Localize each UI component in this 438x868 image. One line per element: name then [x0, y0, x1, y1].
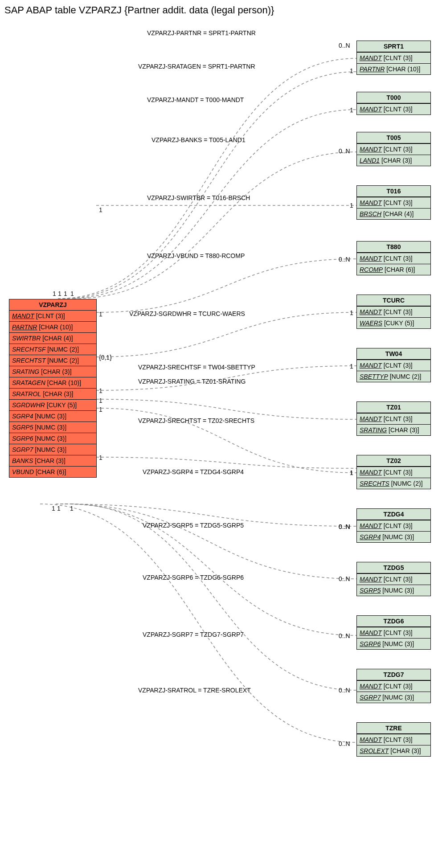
ref-entity-tz02: TZ02MANDT [CLNT (3)]SRECHTS [NUMC (2)]: [356, 455, 431, 489]
entity-field: SGRP5 [NUMC (3)]: [9, 422, 96, 433]
field-type: [NUMC (3)]: [382, 694, 414, 701]
ref-entity-tzdg4: TZDG4MANDT [CLNT (3)]SGRP4 [NUMC (3)]: [356, 508, 431, 543]
field-name: SGRDWHR: [12, 401, 45, 409]
cardinality-source: 1: [99, 206, 102, 213]
field-name: SBETTYP: [360, 373, 388, 380]
entity-field: SRATAGEN [CHAR (10)]: [9, 377, 96, 388]
entity-field: MANDT [CLNT (3)]: [357, 52, 430, 63]
field-type: [NUMC (3)]: [35, 435, 66, 442]
entity-field: SRECHTS [NUMC (2)]: [357, 478, 430, 489]
field-name: MANDT: [360, 683, 382, 690]
entity-field: MANDT [CLNT (3)]: [357, 680, 430, 692]
cardinality-dest: 0..N: [339, 740, 350, 747]
field-name: PARTNR: [360, 66, 385, 73]
field-name: WAERS: [360, 319, 382, 327]
field-name: MANDT: [360, 146, 382, 153]
field-name: MANDT: [360, 736, 382, 743]
field-name: BRSCH: [360, 210, 381, 217]
entity-field: SBETTYP [NUMC (2)]: [357, 371, 430, 382]
cardinality-source: 1: [70, 290, 74, 297]
field-name: SGRP5: [360, 587, 381, 594]
entity-field: PARTNR [CHAR (10)]: [9, 321, 96, 332]
entity-field: SRATING [CHAR (3)]: [9, 366, 96, 377]
entity-field: SRECHTSF [NUMC (2)]: [9, 344, 96, 355]
field-type: [CUKY (5)]: [384, 319, 414, 327]
cardinality-dest: 0..N: [339, 523, 350, 530]
entity-field: SRATROL [CHAR (3)]: [9, 388, 96, 399]
field-name: SRATING: [12, 368, 39, 375]
field-type: [CHAR (3)]: [35, 457, 65, 464]
field-type: [CHAR (4)]: [42, 335, 73, 342]
relationship-label: VZPARZJ-SRATAGEN = SPRT1-PARTNR: [138, 63, 255, 70]
field-type: [NUMC (3)]: [35, 446, 66, 453]
entity-field: MANDT [CLNT (3)]: [357, 734, 430, 745]
field-name: SGRP4: [360, 533, 381, 540]
relationship-label: VZPARZJ-VBUND = T880-RCOMP: [147, 252, 245, 259]
field-type: [CHAR (3)]: [389, 426, 419, 434]
field-type: [NUMC (2)]: [390, 373, 422, 380]
field-name: VBUND: [12, 468, 34, 475]
field-name: BANKS: [12, 457, 33, 464]
entity-field: MANDT [CLNT (3)]: [357, 573, 430, 585]
cardinality-dest: 0..N: [339, 632, 350, 639]
field-type: [CLNT (3)]: [36, 312, 65, 319]
ref-entity-t000: T000MANDT [CLNT (3)]: [356, 92, 431, 115]
cardinality-source: 1: [52, 505, 55, 512]
entity-field: MANDT [CLNT (3)]: [357, 467, 430, 478]
field-type: [CLNT (3)]: [384, 629, 413, 636]
field-name: MANDT: [360, 106, 382, 113]
ref-entity-tz01: TZ01MANDT [CLNT (3)]SRATING [CHAR (3)]: [356, 401, 431, 436]
field-type: [NUMC (2)]: [391, 480, 423, 487]
entity-field: MANDT [CLNT (3)]: [357, 306, 430, 317]
entity-field: WAERS [CUKY (5)]: [357, 317, 430, 328]
ref-entity-name: TCURC: [357, 295, 430, 306]
field-name: SRATING: [360, 426, 387, 434]
field-name: SGRP6: [360, 640, 381, 647]
field-name: SRATROL: [12, 390, 41, 397]
field-type: [CLNT (3)]: [384, 522, 413, 529]
field-name: MANDT: [360, 469, 382, 476]
ref-entity-name: TZ02: [357, 455, 430, 467]
field-name: RCOMP: [360, 266, 383, 273]
cardinality-dest: 0..N: [339, 575, 350, 582]
field-type: [NUMC (3)]: [382, 587, 414, 594]
diagram-title: SAP ABAP table VZPARZJ {Partner addit. d…: [4, 4, 438, 16]
entity-field: MANDT [CLNT (3)]: [357, 520, 430, 531]
field-name: MANDT: [12, 312, 34, 319]
field-name: SWIRTBR: [12, 335, 41, 342]
entity-field: MANDT [CLNT (3)]: [357, 413, 430, 424]
main-entity: VZPARZJ MANDT [CLNT (3)]PARTNR [CHAR (10…: [9, 299, 97, 478]
ref-entity-tw04: TW04MANDT [CLNT (3)]SBETTYP [NUMC (2)]: [356, 348, 431, 382]
field-type: [CHAR (10)]: [47, 379, 81, 386]
entity-field: BANKS [CHAR (3)]: [9, 455, 96, 466]
cardinality-source: 1: [64, 290, 67, 297]
ref-entity-name: T005: [357, 132, 430, 143]
field-name: MANDT: [360, 362, 382, 369]
field-name: MANDT: [360, 522, 382, 529]
field-type: [CHAR (3)]: [381, 157, 412, 164]
relationship-label: VZPARZJ-SRATROL = TZRE-SROLEXT: [138, 687, 251, 694]
entity-field: MANDT [CLNT (3)]: [357, 360, 430, 371]
field-type: [CLNT (3)]: [384, 415, 413, 422]
relationship-label: VZPARZJ-BANKS = T005-LAND1: [151, 136, 246, 143]
entity-field: RCOMP [CHAR (6)]: [357, 264, 430, 275]
ref-entity-name: T000: [357, 92, 430, 103]
entity-field: SGRP7 [NUMC (3)]: [9, 444, 96, 455]
field-name: LAND1: [360, 157, 380, 164]
entity-field: SGRP6 [NUMC (3)]: [9, 433, 96, 444]
ref-entity-name: SPRT1: [357, 41, 430, 52]
field-type: [CLNT (3)]: [384, 146, 413, 153]
ref-entity-name: TZRE: [357, 723, 430, 734]
entity-field: SRECHTST [NUMC (2)]: [9, 355, 96, 366]
relationship-label: VZPARZJ-MANDT = T000-MANDT: [147, 96, 244, 103]
ref-entity-tzdg7: TZDG7MANDT [CLNT (3)]SGRP7 [NUMC (3)]: [356, 669, 431, 703]
entity-field: SGRP5 [NUMC (3)]: [357, 585, 430, 596]
field-type: [CLNT (3)]: [384, 362, 413, 369]
entity-field: SRATING [CHAR (3)]: [357, 424, 430, 435]
field-type: [CLNT (3)]: [384, 736, 413, 743]
main-entity-name: VZPARZJ: [9, 299, 96, 311]
entity-field: MANDT [CLNT (3)]: [357, 197, 430, 208]
entity-field: SGRP4 [NUMC (3)]: [357, 531, 430, 542]
cardinality-source: 1: [99, 454, 102, 461]
field-name: MANDT: [360, 255, 382, 262]
